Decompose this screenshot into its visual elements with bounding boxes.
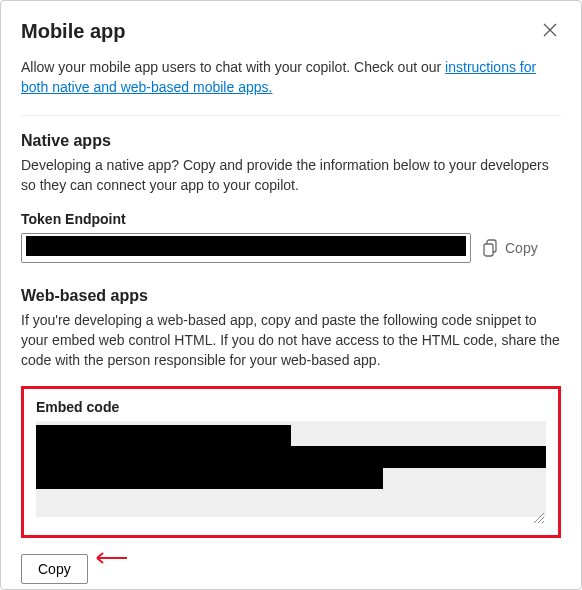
intro-before: Allow your mobile app users to chat with… xyxy=(21,59,445,75)
copy-icon xyxy=(483,239,499,257)
close-icon xyxy=(543,23,557,37)
embed-code-label: Embed code xyxy=(36,399,546,415)
panel-header: Mobile app xyxy=(21,19,561,44)
embed-code-section: Embed code xyxy=(21,386,561,538)
web-apps-title: Web-based apps xyxy=(21,287,561,305)
token-row: Copy xyxy=(21,233,561,263)
copy-embed-button[interactable]: Copy xyxy=(21,554,88,584)
native-apps-title: Native apps xyxy=(21,132,561,150)
close-button[interactable] xyxy=(539,19,561,44)
callout-arrow-icon xyxy=(91,551,127,565)
web-apps-desc: If you're developing a web-based app, co… xyxy=(21,311,561,370)
panel-title: Mobile app xyxy=(21,20,125,43)
native-apps-desc: Developing a native app? Copy and provid… xyxy=(21,156,561,195)
token-endpoint-input[interactable] xyxy=(21,233,471,263)
divider xyxy=(21,115,561,116)
embed-code-textarea[interactable] xyxy=(36,421,546,517)
redacted-token xyxy=(26,236,466,256)
mobile-app-panel: Mobile app Allow your mobile app users t… xyxy=(0,0,582,590)
resize-handle-icon xyxy=(534,509,544,519)
intro-text: Allow your mobile app users to chat with… xyxy=(21,58,561,97)
svg-rect-1 xyxy=(484,244,493,256)
copy-token-label: Copy xyxy=(505,240,538,256)
token-endpoint-label: Token Endpoint xyxy=(21,211,561,227)
copy-token-button[interactable]: Copy xyxy=(483,239,538,257)
